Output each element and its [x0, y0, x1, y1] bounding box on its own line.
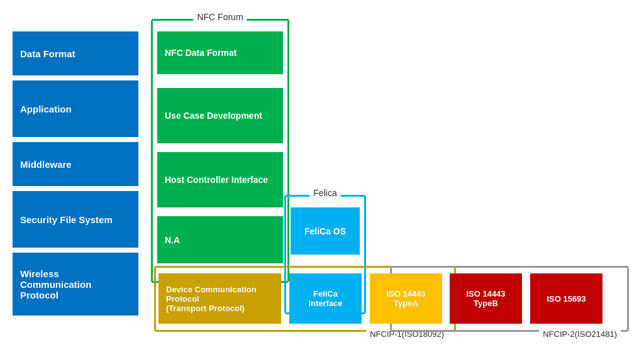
- cell-iso-15693: ISO 15693: [530, 273, 602, 324]
- cell-na: N.A: [157, 216, 283, 263]
- label-security-file-system: Security File System: [13, 191, 138, 248]
- label-data-format: Data Format: [13, 31, 138, 75]
- cell-use-case: Use Case Development: [157, 88, 283, 143]
- cell-iso-14443-typeA: ISO 14443 TypeA: [370, 273, 442, 324]
- cell-host-controller: Host Controller Interface: [157, 152, 283, 207]
- label-application: Application: [13, 80, 138, 137]
- cell-iso-14443-typeB: ISO 14443 TypeB: [450, 273, 522, 324]
- cell-device-comm: Device Communication Protocol(Transport …: [158, 273, 281, 324]
- cell-nfc-data-format: NFC Data Format: [157, 31, 283, 74]
- diagram: Data Format Application Middleware Secur…: [0, 0, 644, 357]
- left-column: Data Format Application Middleware Secur…: [13, 31, 138, 316]
- nfcip2-label: NFCIP-2(ISO21481): [539, 329, 621, 339]
- label-middleware: Middleware: [13, 142, 138, 186]
- cell-felica-interface: FeliCa Interface: [289, 273, 362, 324]
- label-wireless-comm: Wireless Communication Protocol: [13, 253, 138, 316]
- felica-label: Felica: [309, 188, 340, 198]
- cell-felica-os: FeliCa OS: [291, 207, 360, 255]
- nfc-forum-label: NFC Forum: [193, 12, 247, 22]
